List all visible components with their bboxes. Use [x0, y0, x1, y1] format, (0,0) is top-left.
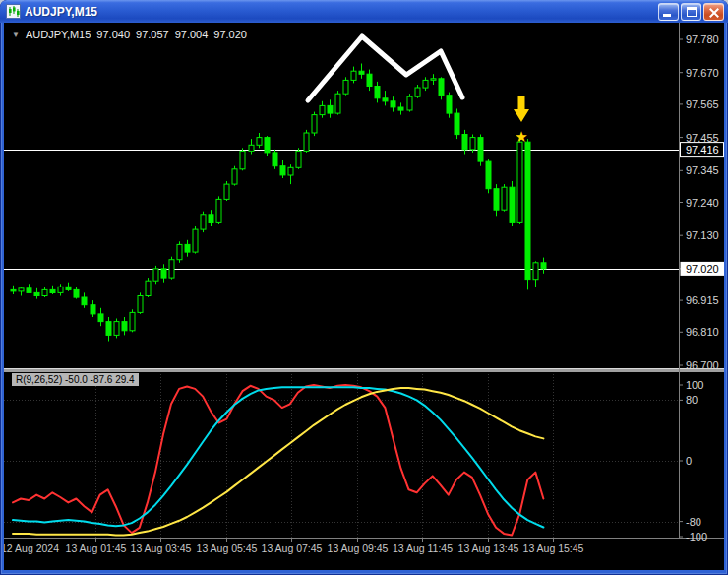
price-axis-label: 96.700: [686, 359, 719, 371]
price-axis-label: 97.240: [686, 197, 719, 209]
indicator-axis-label: 100: [686, 379, 703, 391]
chart-window: AUDJPY,M15 ★97.78097.67097.56597.45597.3…: [0, 0, 728, 575]
time-axis-label: 13 Aug 03:45: [131, 543, 192, 554]
symbol-timeframe-label: AUDJPY,M15: [26, 29, 91, 40]
ohlc-open: 97.040: [96, 29, 130, 40]
window-controls: [658, 3, 724, 21]
time-axis-label: 13 Aug 07:45: [262, 543, 323, 554]
time-axis-label: 13 Aug 05:45: [197, 543, 258, 554]
chart-dropdown-icon[interactable]: ▼: [12, 31, 20, 39]
chart-canvas[interactable]: ★97.78097.67097.56597.45597.34597.24097.…: [4, 23, 724, 570]
chart-window-icon: [6, 4, 21, 19]
restore-button[interactable]: [681, 3, 701, 21]
hline-price-label: 97.416: [686, 144, 719, 156]
ohlc-high: 97.057: [136, 29, 169, 40]
candlesticks: [11, 64, 546, 342]
ohlc-low: 97.004: [175, 29, 209, 40]
symbol-ohlc-header: ▼ AUDJPY,M15 97.040 97.057 97.004 97.020: [12, 29, 247, 40]
indicator-axis-label: -80: [686, 516, 701, 528]
indicator-axis-label: 0: [686, 455, 692, 467]
close-button[interactable]: [703, 3, 724, 21]
oscillator-lines: [13, 385, 543, 536]
current-price-label: 97.020: [686, 263, 719, 275]
price-axis-label: 97.345: [686, 164, 719, 176]
indicator-gridlines: [4, 374, 679, 538]
price-axis-label: 97.670: [686, 67, 719, 79]
r-mid-line: [13, 387, 543, 527]
price-axis-label: 97.565: [686, 98, 719, 110]
price-axis[interactable]: 97.78097.67097.56597.45597.34597.24097.1…: [679, 33, 724, 371]
time-axis-label: 13 Aug 11:45: [393, 543, 453, 554]
price-axis-label: 96.810: [686, 326, 719, 338]
horizontal-line-objects[interactable]: [4, 151, 679, 270]
window-titlebar[interactable]: AUDJPY,M15: [0, 0, 728, 23]
price-axis-label: 97.130: [686, 229, 719, 241]
time-axis-label: 13 Aug 13:45: [458, 543, 519, 554]
price-axis-label: 97.780: [686, 33, 719, 45]
chart-client-area: ★97.78097.67097.56597.45597.34597.24097.…: [4, 23, 724, 570]
minimize-button[interactable]: [658, 3, 679, 21]
indicator-axis-label: 80: [686, 394, 698, 406]
star-marker[interactable]: ★: [515, 128, 527, 145]
restore-icon: [687, 7, 697, 17]
r-fast-line: [13, 385, 543, 536]
indicator-axis-label: -100: [686, 531, 707, 543]
time-axis-label: 13 Aug 15:45: [523, 543, 584, 554]
price-axis-label: 96.915: [686, 294, 719, 306]
chart-frame: [4, 23, 724, 539]
price-axis-label: 97.455: [686, 132, 719, 144]
minimize-icon: [663, 14, 671, 17]
ohlc-close: 97.020: [213, 29, 247, 40]
window-title: AUDJPY,M15: [25, 5, 658, 19]
indicator-axis[interactable]: 100800-80-100: [679, 379, 707, 543]
time-axis-label: 13 Aug 01:45: [66, 543, 127, 554]
down-arrow-marker[interactable]: [514, 96, 529, 122]
indicator-label[interactable]: R(9,26,52) -50.0 -87.6 29.4: [12, 373, 139, 386]
time-axis-label: 12 Aug 2024: [4, 543, 59, 554]
time-axis-label: 13 Aug 09:45: [328, 543, 389, 554]
time-axis[interactable]: 12 Aug 202413 Aug 01:4513 Aug 03:4513 Au…: [4, 538, 584, 554]
